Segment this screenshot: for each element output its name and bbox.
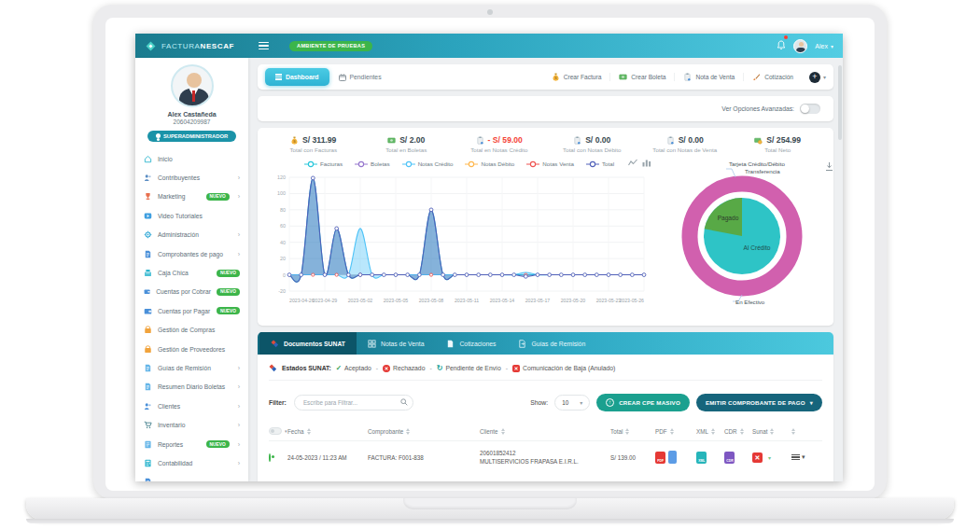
legend-total[interactable]: Total	[586, 160, 614, 168]
stat-value: S/ 311.99	[302, 135, 336, 145]
quick-action-crear-boleta[interactable]: Crear Boleta	[609, 73, 674, 81]
rejected-icon: ✕	[383, 365, 390, 372]
chevron-down-icon[interactable]: ▾	[768, 454, 771, 461]
app-logo[interactable]: FACTURANESCAF	[145, 40, 234, 52]
tab-dashboard[interactable]: Dashboard	[265, 68, 329, 86]
sidebar-item-gesti-n-de-proveedores[interactable]: Gestión de Proveedores	[135, 340, 248, 358]
main-content: Dashboard Pendientes SCrear Factura Crea…	[248, 58, 843, 481]
profile-document-number: 20604209987	[135, 118, 248, 125]
documents-tab-cotizaciones[interactable]: Cotizaciones	[435, 332, 507, 355]
upload-icon: ↑	[606, 398, 614, 407]
profile-avatar[interactable]	[171, 64, 214, 107]
row-actions-menu[interactable]: ▾	[791, 452, 822, 461]
column-header-cdr[interactable]: CDR	[724, 428, 752, 435]
chevron-right-icon: ›	[238, 460, 240, 466]
cdr-file-icon[interactable]: CDR	[724, 452, 735, 464]
emitir-comprobante-button[interactable]: EMITIR COMPROBANTE DE PAGO▾	[696, 394, 822, 411]
documents-tab-gu-as-de-remisi-n[interactable]: Guías de Remisión	[507, 332, 596, 355]
svg-text:2023-05-17: 2023-05-17	[525, 298, 551, 303]
row-status-icon[interactable]	[269, 453, 271, 462]
sidebar-item-gesti-n-de-compras[interactable]: Gestión de Compras	[135, 321, 248, 340]
tab-pendientes[interactable]: Pendientes	[339, 74, 382, 81]
filter-input[interactable]	[294, 395, 413, 411]
column-header-cliente[interactable]: Cliente	[480, 428, 610, 435]
quick-action-crear-factura[interactable]: SCrear Factura	[543, 73, 610, 81]
legend-notas-venta[interactable]: Notas Venta	[526, 160, 574, 168]
svg-text:2023-05-02: 2023-05-02	[348, 298, 373, 303]
download-icon[interactable]	[824, 161, 834, 172]
sidebar-item-inicio[interactable]: Inicio	[135, 149, 248, 168]
stat-value: S/ 0.00	[585, 135, 610, 145]
sidebar-item-contabilidad[interactable]: Contabilidad ›	[135, 453, 248, 472]
documents-tab-documentos-sunat[interactable]: Documentos SUNAT	[259, 332, 357, 355]
scrollbar-thumb[interactable]	[838, 65, 842, 140]
sort-icon	[740, 428, 744, 435]
column-header-pdf[interactable]: PDF	[655, 428, 696, 435]
sort-icon	[406, 428, 410, 435]
documents-tab-notas-de-venta[interactable]: Notas de Venta	[357, 332, 435, 355]
sidebar-item-comprobantes-de-pago[interactable]: Comprobantes de pago ›	[135, 244, 248, 263]
sidebar-item-resumen-diario-boletas[interactable]: Resumen Diario Boletas ›	[135, 378, 248, 397]
crear-cpe-masivo-button[interactable]: ↑CREAR CPE MASIVO	[596, 394, 690, 411]
sidebar-menu: Inicio Contribuyentes › Marketing NUEVO …	[135, 149, 248, 481]
legend-boletas[interactable]: Boletas	[355, 160, 390, 168]
sunat-icon	[269, 364, 277, 372]
quick-action-cotizaci-n[interactable]: Cotización	[743, 73, 802, 81]
column-header-fecha[interactable]: Fecha	[287, 428, 368, 435]
calendar-icon	[339, 74, 346, 81]
ticket-file-icon[interactable]	[668, 451, 677, 464]
page-size-select[interactable]: 10▾	[554, 395, 590, 411]
sidebar-item-cuentas-por-pagar[interactable]: Cuentas por Pagar NUEVO	[135, 301, 248, 320]
desktop: FACTURANESCAF AMBIENTE DE PRUEBAS Alex▾	[105, 18, 875, 491]
more-actions-button[interactable]: +	[809, 72, 820, 83]
svg-text:20: 20	[280, 256, 286, 261]
stat-total-con-facturas: SS/ 311.99 Total con Facturas	[267, 135, 360, 153]
table-header: ▾FechaComprobanteClienteTotalPDFXMLCDRSu…	[269, 424, 822, 441]
quick-action-nota-de-venta[interactable]: Nota de Venta	[674, 73, 743, 81]
sidebar-item-video-tutoriales[interactable]: Video Tutoriales	[135, 206, 248, 225]
role-button[interactable]: SUPERADMINISTRADOR	[147, 131, 236, 142]
sidebar-item-gu-as-de-remisi-n[interactable]: Guías de Remisión ›	[135, 358, 248, 377]
sidebar-item-reportes[interactable]: Reportes NUEVO ›	[135, 435, 248, 453]
estado-aceptado: ✓Aceptado	[336, 364, 371, 372]
user-avatar[interactable]	[793, 39, 807, 53]
advanced-options-toggle[interactable]	[800, 104, 820, 114]
bar-view-icon[interactable]	[642, 159, 651, 167]
sidebar-item-label: Reportes	[158, 441, 183, 448]
column-header-sunat[interactable]: Sunat	[752, 428, 791, 435]
estado-pendiente-de-env-o: ↻Pendiente de Envío	[437, 364, 501, 372]
profile-card: Alex Castañeda 20604209987 SUPERADMINIST…	[135, 58, 248, 142]
svg-text:2023-05-26: 2023-05-26	[619, 298, 644, 303]
menu-toggle-icon[interactable]	[259, 40, 269, 52]
sidebar-item-label: Caja Chica	[158, 270, 189, 276]
xml-file-icon[interactable]: XML	[696, 452, 707, 464]
stat-total-en-notas-cr-dito: - S/ 59.00 Total en Notas Crédito	[453, 135, 546, 153]
line-view-icon[interactable]	[628, 159, 637, 167]
sidebar-item-label: Inicio	[158, 156, 173, 162]
column-header-xml[interactable]: XML	[696, 428, 724, 435]
sidebar-item-inventario[interactable]: Inventario ›	[135, 415, 248, 434]
sidebar-item-cuentas-por-cobrar[interactable]: Cuentas por Cobrar NUEVO	[135, 283, 248, 301]
main-scrollbar[interactable]	[838, 65, 842, 474]
column-header-total[interactable]: Total	[610, 428, 655, 435]
sunat-status-icon[interactable]: ✕	[752, 452, 763, 463]
sidebar-item-marketing[interactable]: Marketing NUEVO ›	[135, 188, 248, 206]
calc-icon	[144, 459, 152, 467]
cart-icon	[144, 421, 152, 429]
column-header-actions[interactable]	[791, 428, 822, 435]
sidebar-item-administraci-n[interactable]: Administración ›	[135, 226, 248, 244]
column-header-comprobante[interactable]: Comprobante	[368, 428, 480, 435]
legend-facturas[interactable]: Facturas	[304, 160, 343, 168]
sidebar-item-hidden[interactable]	[135, 473, 248, 481]
legend-notas-cr-dito[interactable]: Notas Crédito	[402, 160, 454, 168]
user-menu[interactable]: Alex▾	[815, 43, 833, 49]
notifications-bell-icon[interactable]	[777, 37, 786, 54]
pdf-file-icon[interactable]: PDF	[655, 452, 665, 464]
sidebar-item-caja-chica[interactable]: Caja Chica NUEVO	[135, 263, 248, 282]
sidebar-item-contribuyentes[interactable]: Contribuyentes ›	[135, 168, 248, 187]
dashboard-card: SS/ 311.99 Total con Facturas S/ 2.00 To…	[258, 128, 833, 326]
legend-notas-d-bito[interactable]: Notas Débito	[465, 160, 514, 168]
sidebar-item-clientes[interactable]: Clientes ›	[135, 397, 248, 415]
select-all-control[interactable]: ▾	[269, 427, 287, 435]
cell-comprobante: FACTURA: F001-838	[368, 454, 480, 461]
